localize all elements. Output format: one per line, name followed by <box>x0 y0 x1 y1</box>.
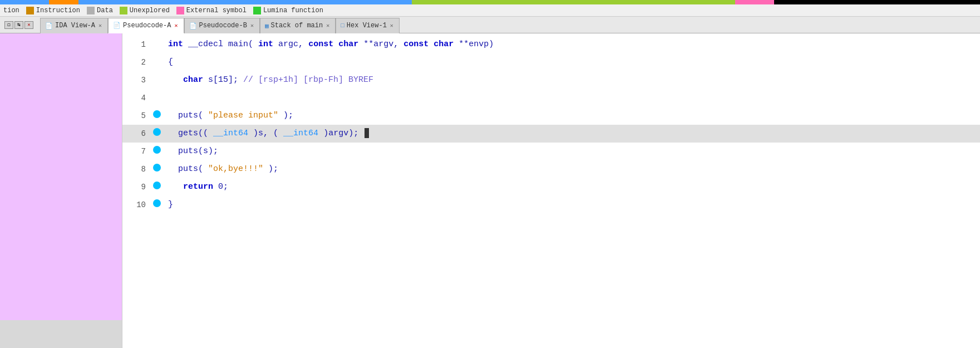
window-close-button[interactable]: ✕ <box>24 21 33 29</box>
breakpoint-dot-5 <box>153 110 161 118</box>
code-cast-int64-2: __int64 <box>283 129 318 138</box>
breakpoint-dot-8 <box>153 164 161 171</box>
dot-col-5 <box>150 107 164 125</box>
code-s-decl: s[15]; <box>208 75 243 85</box>
code-indent-9 <box>168 182 178 192</box>
dot-col-3 <box>150 71 164 89</box>
table-row <box>122 232 980 249</box>
tab-pcb-icon: 📄 <box>189 22 197 30</box>
tab-pca-close[interactable]: ✕ <box>173 22 179 29</box>
legend-instruction-color <box>26 7 34 14</box>
tab-pcb-close[interactable]: ✕ <box>249 22 255 29</box>
legend-label-tion: tion <box>3 7 19 14</box>
code-argv: **argv, <box>363 40 403 49</box>
code-brace-close: } <box>168 200 173 209</box>
legend-external-label: External symbol <box>186 7 247 14</box>
line-num-4: 4 <box>122 89 150 107</box>
breakpoint-dot-9 <box>153 182 161 189</box>
window-restore-button[interactable]: ◻ <box>4 21 13 29</box>
legend-lumina-label: Lumina function <box>263 7 323 14</box>
code-line-9: return 0; <box>164 178 980 196</box>
code-puts-2: puts( <box>168 164 203 174</box>
table-row: 5 puts( "please input" ); <box>122 107 980 125</box>
legend-instruction: Instruction <box>26 7 80 14</box>
legend-instruction-label: Instruction <box>36 7 80 14</box>
sidebar <box>0 33 122 348</box>
code-cdecl: __cdecl main( <box>188 40 253 49</box>
code-cast-int64-1: __int64 <box>213 129 248 138</box>
code-brace-open: { <box>168 57 173 67</box>
color-bar <box>0 0 980 4</box>
code-area[interactable]: 1 int __cdecl main( int argc, const char… <box>122 33 980 348</box>
table-row: 8 puts( "ok,bye!!!" ); <box>122 160 980 178</box>
dot-col-7 <box>150 143 164 160</box>
code-comment-3: // [rsp+1h] [rbp-Fh] BYREF <box>243 75 373 85</box>
window-controls: ◻ ↹ ✕ <box>2 21 36 29</box>
window-maximize-button[interactable]: ↹ <box>14 21 23 29</box>
code-puts-s: puts(s); <box>168 146 218 156</box>
dot-col-4 <box>150 89 164 107</box>
code-line-1: int __cdecl main( int argc, const char *… <box>164 36 980 53</box>
line-num-9: 9 <box>122 178 150 196</box>
tab-pseudocode-a[interactable]: 📄 Pseudocode-A ✕ <box>108 18 184 33</box>
dot-col-10 <box>150 196 164 214</box>
text-cursor <box>365 128 369 138</box>
code-gets-open: gets(( <box>168 129 208 138</box>
code-line-3: char s[15]; // [rsp+1h] [rbp-Fh] BYREF <box>164 71 980 89</box>
line-num-2: 2 <box>122 53 150 71</box>
line-num-5: 5 <box>122 107 150 125</box>
code-puts-1-close: ); <box>283 111 293 120</box>
line-num-1: 1 <box>122 36 150 53</box>
code-line-10: } <box>164 196 980 214</box>
tab-ida-label: IDA View-A <box>55 22 95 30</box>
tab-stack-icon: ▦ <box>265 22 269 30</box>
kw-char-1: char <box>338 40 358 49</box>
tab-stack-close[interactable]: ✕ <box>325 22 331 29</box>
code-str-please-input: "please input" <box>208 111 278 120</box>
kw-int-1: int <box>168 40 183 49</box>
code-line-2: { <box>164 53 980 71</box>
tab-pseudocode-b[interactable]: 📄 Pseudocode-B ✕ <box>184 18 260 33</box>
tab-ida-view-a[interactable]: 📄 IDA View-A ✕ <box>40 18 108 33</box>
tab-pcb-label: Pseudocode-B <box>199 22 247 30</box>
tab-bar: ◻ ↹ ✕ 📄 IDA View-A ✕ 📄 Pseudocode-A ✕ 📄 … <box>0 17 980 33</box>
legend-unexplored-label: Unexplored <box>130 7 170 14</box>
kw-const-2: const <box>403 40 429 49</box>
table-row: 7 puts(s); <box>122 143 980 160</box>
legend-lumina: Lumina function <box>253 7 323 14</box>
code-gets-s: )s, ( <box>253 129 278 138</box>
legend-bar: tion Instruction Data Unexplored Externa… <box>0 4 980 17</box>
tab-stack-of-main[interactable]: ▦ Stack of main ✕ <box>260 18 336 33</box>
legend-data-color <box>87 7 95 14</box>
tab-ida-close[interactable]: ✕ <box>97 22 103 29</box>
code-line-7: puts(s); <box>164 143 980 160</box>
tab-hex-icon: □ <box>341 22 344 29</box>
code-puts-2-close: ); <box>268 164 278 174</box>
line-num-7: 7 <box>122 143 150 160</box>
tab-stack-label: Stack of main <box>271 22 323 30</box>
dot-col-9 <box>150 178 164 196</box>
table-row: 1 int __cdecl main( int argc, const char… <box>122 36 980 53</box>
tab-hex-close[interactable]: ✕ <box>389 22 395 29</box>
kw-char-3: char <box>183 75 203 85</box>
table-row: 9 return 0; <box>122 178 980 196</box>
kw-char-2: char <box>434 40 454 49</box>
table-row <box>122 214 980 232</box>
kw-int-2: int <box>258 40 273 49</box>
table-row: 2 { <box>122 53 980 71</box>
legend-lumina-color <box>253 7 261 14</box>
tab-hex-view-1[interactable]: □ Hex View-1 ✕ <box>336 18 400 33</box>
code-argc: argc, <box>278 40 308 49</box>
breakpoint-dot-6 <box>153 128 161 136</box>
code-line-5: puts( "please input" ); <box>164 107 980 125</box>
sidebar-lower <box>0 320 122 348</box>
code-line-6: gets(( __int64 )s, ( __int64 )argv); <box>164 125 980 143</box>
legend-unexplored-color <box>120 7 127 14</box>
legend-unexplored: Unexplored <box>120 7 170 14</box>
code-line-4 <box>164 89 980 107</box>
code-line-8: puts( "ok,bye!!!" ); <box>164 160 980 178</box>
legend-external-color <box>176 7 184 14</box>
code-envp: **envp) <box>459 40 494 49</box>
table-row: 10 } <box>122 196 980 214</box>
line-num-10: 10 <box>122 196 150 214</box>
